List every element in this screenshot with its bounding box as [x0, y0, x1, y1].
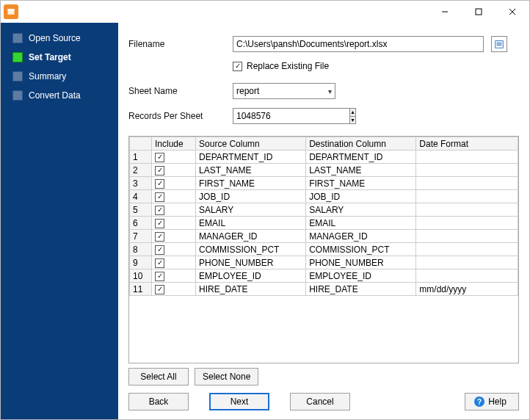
cancel-button[interactable]: Cancel: [290, 393, 350, 410]
include-checkbox[interactable]: [155, 219, 164, 228]
replace-existing-checkbox[interactable]: [233, 62, 242, 71]
table-row[interactable]: 2LAST_NAMELAST_NAME: [130, 164, 518, 177]
folder-open-icon: [494, 39, 504, 49]
date-format-cell[interactable]: [416, 243, 518, 256]
nav-set-target[interactable]: Set Target: [1, 48, 118, 67]
source-column-cell[interactable]: SALARY: [196, 203, 306, 217]
date-format-cell[interactable]: [416, 217, 518, 230]
source-column-cell[interactable]: MANAGER_ID: [196, 230, 306, 243]
source-column-cell[interactable]: FIRST_NAME: [196, 177, 306, 190]
date-format-cell[interactable]: mm/dd/yyyy: [416, 283, 518, 296]
grid-header-dest[interactable]: Destination Column: [306, 137, 416, 151]
close-button[interactable]: [495, 1, 529, 23]
table-row[interactable]: 8COMMISSION_PCTCOMMISSION_PCT: [130, 243, 518, 256]
browse-button[interactable]: [491, 36, 507, 52]
destination-column-cell[interactable]: COMMISSION_PCT: [306, 243, 416, 256]
nav-open-source[interactable]: Open Source: [1, 29, 118, 48]
nav-summary[interactable]: Summary: [1, 67, 118, 86]
destination-column-cell[interactable]: SALARY: [306, 203, 416, 217]
include-cell[interactable]: [152, 256, 196, 269]
spinner-down-button[interactable]: ▼: [349, 116, 356, 125]
replace-existing-label: Replace Existing File: [247, 61, 329, 71]
nav-label: Convert Data: [29, 90, 81, 101]
grid-header-include[interactable]: Include: [152, 137, 196, 151]
include-checkbox[interactable]: [155, 285, 164, 294]
include-cell[interactable]: [152, 217, 196, 230]
include-checkbox[interactable]: [155, 258, 164, 268]
destination-column-cell[interactable]: MANAGER_ID: [306, 230, 416, 243]
date-format-cell[interactable]: [416, 230, 518, 243]
table-row[interactable]: 4JOB_IDJOB_ID: [130, 190, 518, 203]
source-column-cell[interactable]: JOB_ID: [196, 190, 306, 203]
table-row[interactable]: 1DEPARTMENT_IDDEPARTMENT_ID: [130, 151, 518, 164]
include-cell[interactable]: [152, 164, 196, 177]
include-checkbox[interactable]: [155, 166, 164, 175]
nav-convert-data[interactable]: Convert Data: [1, 86, 118, 105]
include-checkbox[interactable]: [155, 272, 164, 281]
sheet-name-select[interactable]: report ▾: [233, 83, 335, 99]
minimize-button[interactable]: [428, 1, 462, 23]
include-checkbox[interactable]: [155, 192, 164, 202]
table-row[interactable]: 6EMAILEMAIL: [130, 217, 518, 230]
destination-column-cell[interactable]: JOB_ID: [306, 190, 416, 203]
content-pane: Filename Replace Existing File Sheet Nam…: [118, 23, 529, 419]
table-row[interactable]: 7MANAGER_IDMANAGER_ID: [130, 230, 518, 243]
select-all-button[interactable]: Select All: [128, 368, 189, 385]
maximize-button[interactable]: [462, 1, 495, 23]
next-button[interactable]: Next: [209, 393, 269, 410]
include-cell[interactable]: [152, 230, 196, 243]
include-checkbox[interactable]: [155, 245, 164, 255]
include-checkbox[interactable]: [155, 153, 164, 162]
include-cell[interactable]: [152, 243, 196, 256]
include-cell[interactable]: [152, 269, 196, 283]
source-column-cell[interactable]: LAST_NAME: [196, 164, 306, 177]
destination-column-cell[interactable]: PHONE_NUMBER: [306, 256, 416, 269]
destination-column-cell[interactable]: DEPARTMENT_ID: [306, 151, 416, 164]
date-format-cell[interactable]: [416, 164, 518, 177]
date-format-cell[interactable]: [416, 177, 518, 190]
destination-column-cell[interactable]: EMAIL: [306, 217, 416, 230]
destination-column-cell[interactable]: FIRST_NAME: [306, 177, 416, 190]
source-column-cell[interactable]: DEPARTMENT_ID: [196, 151, 306, 164]
table-row[interactable]: 11HIRE_DATEHIRE_DATEmm/dd/yyyy: [130, 283, 518, 296]
destination-column-cell[interactable]: LAST_NAME: [306, 164, 416, 177]
filename-input[interactable]: [233, 36, 484, 52]
columns-grid[interactable]: Include Source Column Destination Column…: [128, 136, 519, 363]
spinner-up-button[interactable]: ▲: [349, 108, 356, 116]
source-column-cell[interactable]: PHONE_NUMBER: [196, 256, 306, 269]
include-checkbox[interactable]: [155, 232, 164, 242]
app-window: Open Source Set Target Summary Convert D…: [0, 0, 530, 420]
table-row[interactable]: 5SALARYSALARY: [130, 203, 518, 217]
table-row[interactable]: 9PHONE_NUMBERPHONE_NUMBER: [130, 256, 518, 269]
destination-column-cell[interactable]: HIRE_DATE: [306, 283, 416, 296]
date-format-cell[interactable]: [416, 190, 518, 203]
records-per-sheet-input[interactable]: [233, 108, 349, 124]
help-button[interactable]: ? Help: [465, 393, 519, 410]
date-format-cell[interactable]: [416, 203, 518, 217]
grid-header-format[interactable]: Date Format: [416, 137, 518, 151]
date-format-cell[interactable]: [416, 269, 518, 283]
source-column-cell[interactable]: EMPLOYEE_ID: [196, 269, 306, 283]
back-button[interactable]: Back: [128, 393, 189, 410]
include-checkbox[interactable]: [155, 206, 164, 215]
include-cell[interactable]: [152, 190, 196, 203]
date-format-cell[interactable]: [416, 256, 518, 269]
include-cell[interactable]: [152, 283, 196, 296]
grid-header-source[interactable]: Source Column: [196, 137, 306, 151]
step-bullet-icon: [12, 33, 23, 43]
source-column-cell[interactable]: EMAIL: [196, 217, 306, 230]
table-row[interactable]: 10EMPLOYEE_IDEMPLOYEE_ID: [130, 269, 518, 283]
date-format-cell[interactable]: [416, 151, 518, 164]
table-row[interactable]: 3FIRST_NAMEFIRST_NAME: [130, 177, 518, 190]
records-per-sheet-stepper[interactable]: ▲ ▼: [233, 108, 335, 124]
include-cell[interactable]: [152, 177, 196, 190]
source-column-cell[interactable]: COMMISSION_PCT: [196, 243, 306, 256]
select-none-button[interactable]: Select None: [195, 368, 258, 385]
row-number: 7: [130, 230, 152, 243]
include-cell[interactable]: [152, 203, 196, 217]
include-cell[interactable]: [152, 151, 196, 164]
destination-column-cell[interactable]: EMPLOYEE_ID: [306, 269, 416, 283]
include-checkbox[interactable]: [155, 179, 164, 189]
row-number: 1: [130, 151, 152, 164]
source-column-cell[interactable]: HIRE_DATE: [196, 283, 306, 296]
